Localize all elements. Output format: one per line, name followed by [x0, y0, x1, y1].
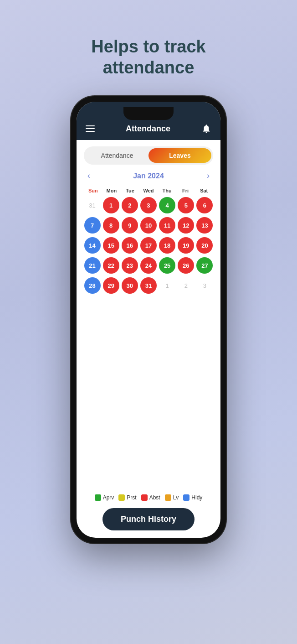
calendar-day[interactable]: 22	[103, 257, 119, 274]
calendar-day[interactable]: 14	[84, 237, 101, 254]
calendar-day[interactable]: 24	[140, 257, 157, 274]
calendar-day[interactable]: 20	[196, 237, 213, 254]
calendar-day[interactable]: 27	[196, 257, 213, 274]
legend-item: Aprv	[95, 494, 114, 501]
hero-title: Helps to track attendance	[91, 36, 205, 78]
calendar-day[interactable]: 23	[122, 257, 138, 274]
day-header-sat: Sat	[195, 187, 213, 194]
calendar-day[interactable]: 31	[140, 277, 157, 294]
calendar-day[interactable]: 3	[196, 277, 213, 294]
calendar-day[interactable]: 16	[122, 237, 138, 254]
calendar-section: ‹ Jan 2024 › Sun Mon Tue Wed Thu Fri Sat…	[77, 165, 220, 490]
prev-month-arrow[interactable]: ‹	[84, 169, 94, 182]
legend-color	[95, 494, 101, 501]
day-headers: Sun Mon Tue Wed Thu Fri Sat	[84, 187, 213, 194]
legend-color	[118, 494, 125, 501]
calendar-day[interactable]: 26	[178, 257, 194, 274]
day-header-fri: Fri	[176, 187, 195, 194]
calendar-day[interactable]: 17	[140, 237, 157, 254]
next-month-arrow[interactable]: ›	[203, 169, 213, 182]
phone-frame: Attendance Attendance Leaves ‹ Jan 2024 …	[71, 96, 226, 543]
calendar-day[interactable]: 9	[122, 217, 138, 234]
calendar-day[interactable]: 8	[103, 217, 119, 234]
calendar-day[interactable]: 21	[84, 257, 101, 274]
punch-history-button[interactable]: Punch History	[102, 508, 195, 530]
legend-item: Lv	[165, 494, 179, 501]
legend: AprvPrstAbstLvHldy	[77, 494, 220, 501]
calendar-day[interactable]: 2	[122, 197, 138, 213]
legend-color	[141, 494, 148, 501]
calendar-day[interactable]: 30	[122, 277, 138, 294]
calendar-day[interactable]: 5	[178, 197, 194, 213]
month-label: Jan 2024	[133, 172, 164, 180]
calendar-day[interactable]: 19	[178, 237, 194, 254]
calendar-nav: ‹ Jan 2024 ›	[84, 169, 213, 182]
bell-icon[interactable]	[201, 124, 211, 134]
legend-label: Prst	[127, 494, 136, 501]
day-header-mon: Mon	[102, 187, 121, 194]
calendar-day[interactable]: 18	[159, 237, 175, 254]
legend-item: Hldy	[183, 494, 202, 501]
tab-toggle: Attendance Leaves	[84, 146, 213, 165]
calendar-day[interactable]: 4	[159, 197, 175, 213]
day-header-tue: Tue	[121, 187, 139, 194]
legend-label: Abst	[149, 494, 160, 501]
legend-color	[165, 494, 171, 501]
calendar-day[interactable]: 10	[140, 217, 157, 234]
calendar-day[interactable]: 13	[196, 217, 213, 234]
day-header-thu: Thu	[158, 187, 176, 194]
legend-item: Abst	[141, 494, 160, 501]
calendar-day[interactable]: 6	[196, 197, 213, 213]
calendar-day[interactable]: 3	[140, 197, 157, 213]
tab-attendance[interactable]: Attendance	[86, 148, 148, 163]
hamburger-icon[interactable]	[86, 125, 95, 132]
phone-screen: Attendance Attendance Leaves ‹ Jan 2024 …	[77, 102, 220, 538]
tab-leaves[interactable]: Leaves	[148, 148, 211, 163]
day-header-sun: Sun	[84, 187, 102, 194]
calendar-day[interactable]: 7	[84, 217, 101, 234]
header-title: Attendance	[126, 124, 170, 134]
calendar-day[interactable]: 2	[178, 277, 194, 294]
calendar-day[interactable]: 28	[84, 277, 101, 294]
calendar-day[interactable]: 12	[178, 217, 194, 234]
calendar-day[interactable]: 1	[103, 197, 119, 213]
calendar-day[interactable]: 29	[103, 277, 119, 294]
legend-item: Prst	[118, 494, 136, 501]
calendar-grid: 3112345678910111213141516171819202122232…	[84, 196, 213, 295]
calendar-day[interactable]: 31	[84, 197, 101, 213]
notch	[123, 107, 174, 120]
calendar-day[interactable]: 25	[159, 257, 175, 274]
calendar-day[interactable]: 15	[103, 237, 119, 254]
calendar-day[interactable]: 1	[159, 277, 175, 294]
legend-color	[183, 494, 189, 501]
day-header-wed: Wed	[139, 187, 158, 194]
legend-label: Hldy	[191, 494, 202, 501]
legend-label: Aprv	[103, 494, 114, 501]
legend-label: Lv	[173, 494, 179, 501]
calendar-day[interactable]: 11	[159, 217, 175, 234]
